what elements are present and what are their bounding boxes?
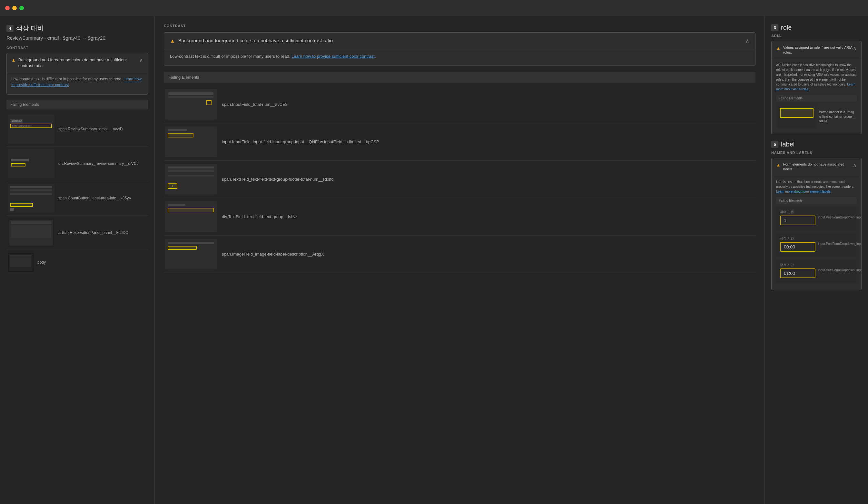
failing-item-label-1: div.ReviewSummary_review-summary__oiVCJ: [58, 161, 139, 167]
right-panel: 3 role ARIA ▲ Values assigned to role=" …: [765, 16, 868, 504]
failing-item-label-0: span.ReviewSummary_email__nvztD: [58, 126, 123, 132]
form-item-2-left: 종료 시간 01:00: [780, 263, 815, 278]
center-warning-link[interactable]: Learn how to provide sufficient color co…: [291, 54, 375, 59]
center-warning-header[interactable]: ▲ Background and foreground colors do no…: [164, 33, 755, 49]
role-collapse-button[interactable]: ∧: [853, 45, 857, 51]
list-item: input.InputField_input-field-input-group…: [164, 123, 755, 161]
failing-item-label-3: article.ReservationPanel_panel__Fc6DC: [58, 230, 128, 235]
panel-left-section-label: CONTRAST: [7, 46, 148, 50]
role-badge: 3: [771, 24, 778, 31]
list-item: span.ImageField_image-field-label-descri…: [164, 235, 755, 273]
list-item: body: [7, 250, 148, 275]
label-warning-title: Form elements do not have associated lab…: [783, 162, 853, 172]
role-failing-elements-label: Failing Elements: [776, 95, 857, 102]
left-collapse-button[interactable]: ∧: [139, 57, 143, 63]
form-item-1-input[interactable]: 00:00: [780, 242, 815, 252]
label-badge: 5: [771, 141, 778, 148]
center-panel: CONTRAST ▲ Background and foreground col…: [155, 16, 765, 504]
form-item-0-row: 참여 인원 1 input.PostFormDropdown_input__xH…: [780, 210, 853, 225]
form-item-0-left: 참여 인원 1: [780, 210, 815, 225]
form-item-1-label: 시작 시간: [780, 236, 815, 241]
form-item-1-row: 시작 시간 00:00 input.PostFormDropdown_input…: [780, 236, 853, 252]
form-item-2-input[interactable]: 01:00: [780, 269, 815, 278]
role-section-header: 3 role: [771, 24, 861, 31]
left-warning-header[interactable]: ▲ Background and foreground colors do no…: [7, 53, 148, 73]
role-section-label: ARIA: [771, 34, 861, 38]
failing-thumbnail-count: [8, 184, 54, 213]
thumb-name-label: BattleMan: [10, 119, 23, 123]
panel-left-badge: 4: [7, 25, 13, 32]
failing-item-label-4: body: [38, 260, 46, 265]
list-item: span.CountButton_label-area-info__k85yV: [7, 181, 148, 215]
role-warning-header-left: ▲ Values assigned to role=" are not vali…: [776, 45, 853, 55]
left-warning-body-text: Low-contrast text is difficult or imposs…: [11, 76, 143, 88]
panel-left-header: 4 색상 대비: [7, 24, 148, 33]
list-item: button.ImageField_image-field-container-…: [776, 103, 857, 130]
failing-thumbnail-battleman: BattleMan battleman@gmail.com: [8, 114, 54, 144]
maximize-icon[interactable]: [19, 6, 24, 10]
role-title: role: [781, 24, 792, 31]
role-warning-body: ARIA roles enable assistive technologies…: [772, 59, 861, 134]
panel-left-subtitle: ReviewSummary - email : $gray40 → $gray2…: [7, 35, 148, 41]
label-warning-header[interactable]: ▲ Form elements do not have associated l…: [772, 158, 861, 176]
label-warning-header-left: ▲ Form elements do not have associated l…: [776, 162, 853, 172]
form-item-2-row: 종료 시간 01:00 input.PostFormDropdown_input…: [780, 263, 853, 278]
left-warning-title: Background and foreground colors do not …: [18, 57, 139, 69]
list-item: div.ReviewSummary_review-summary__oiVCJ: [7, 147, 148, 181]
label-section-header: 5 label: [771, 141, 861, 148]
role-warning-title: Values assigned to role=" are not valid …: [783, 45, 853, 55]
center-warning-card: ▲ Background and foreground colors do no…: [164, 32, 755, 65]
label-warning-icon: ▲: [776, 162, 781, 168]
failing-thumbnail-review: [8, 149, 54, 178]
list-item: BattleMan battleman@gmail.com span.Revie…: [7, 112, 148, 147]
failing-thumbnail-body: [8, 253, 33, 272]
title-bar: [0, 0, 868, 16]
left-panel: 4 색상 대비 ReviewSummary - email : $gray40 …: [0, 16, 155, 504]
thumb-email-box: battleman@gmail.com: [10, 123, 52, 128]
center-thumb-4: [165, 239, 217, 270]
left-warning-body: Low-contrast text is difficult or imposs…: [7, 73, 148, 94]
label-warning-link[interactable]: Learn more about form element labels: [776, 190, 830, 193]
role-warning-header[interactable]: ▲ Values assigned to role=" are not vali…: [772, 41, 861, 59]
label-warning-body-text: Labels ensure that form controls are ann…: [776, 179, 857, 194]
form-item-0: 참여 인원 1 input.PostFormDropdown_input__xH…: [776, 206, 857, 230]
center-warning-title: Background and foreground colors do not …: [178, 38, 334, 43]
label-failing-elements-label: Failing Elements: [776, 197, 857, 204]
center-warning-header-left: ▲ Background and foreground colors do no…: [170, 38, 334, 44]
center-thumb-2: 1: [165, 164, 217, 194]
center-thumb-0: [165, 89, 217, 120]
form-item-2: 종료 시간 01:00 input.PostFormDropdown_input…: [776, 260, 857, 283]
role-failing-thumb: [777, 105, 816, 128]
label-section-label: NAMES AND LABELS: [771, 151, 861, 154]
label-section: 5 label NAMES AND LABELS ▲ Form elements…: [771, 141, 861, 290]
role-warning-body-text: ARIA roles enable assistive technologies…: [776, 63, 857, 92]
left-warning-card: ▲ Background and foreground colors do no…: [7, 53, 148, 94]
center-warning-body-text: Low-contrast text is difficult or imposs…: [170, 53, 750, 60]
label-collapse-button[interactable]: ∧: [853, 162, 857, 168]
center-collapse-button[interactable]: ∧: [745, 38, 750, 44]
form-item-0-input[interactable]: 1: [780, 215, 815, 225]
list-item: div.TextField_text-field-text-group__fsI…: [164, 198, 755, 235]
label-warning-card: ▲ Form elements do not have associated l…: [771, 158, 861, 290]
warning-triangle-icon: ▲: [11, 58, 16, 63]
label-title: label: [781, 141, 795, 148]
failing-thumbnail-article: [8, 218, 54, 247]
center-section-label: CONTRAST: [164, 24, 755, 28]
form-item-2-selector: input.PostFormDropdown_input__xH0oh: [818, 269, 861, 272]
minimize-icon[interactable]: [12, 6, 17, 10]
center-failing-label-1: input.InputField_input-field-input-group…: [222, 139, 379, 145]
form-item-1: 시작 시간 00:00 input.PostFormDropdown_input…: [776, 233, 857, 257]
left-failing-elements-label: Failing Elements: [7, 100, 148, 109]
role-warning-card: ▲ Values assigned to role=" are not vali…: [771, 41, 861, 134]
main-layout: 4 색상 대비 ReviewSummary - email : $gray40 …: [0, 16, 868, 504]
role-failing-label: button.ImageField_image-field-container-…: [819, 110, 855, 123]
form-item-1-left: 시작 시간 00:00: [780, 236, 815, 252]
form-item-2-label: 종료 시간: [780, 263, 815, 267]
center-thumb-1: [165, 127, 217, 157]
list-item: span.InputField_total-num__avCE8: [164, 86, 755, 123]
close-icon[interactable]: [5, 6, 10, 10]
label-warning-body: Labels ensure that form controls are ann…: [772, 176, 861, 290]
center-thumb-3: [165, 201, 217, 232]
thumb-battleman-content: BattleMan battleman@gmail.com: [8, 114, 54, 131]
list-item: article.ReservationPanel_panel__Fc6DC: [7, 215, 148, 250]
